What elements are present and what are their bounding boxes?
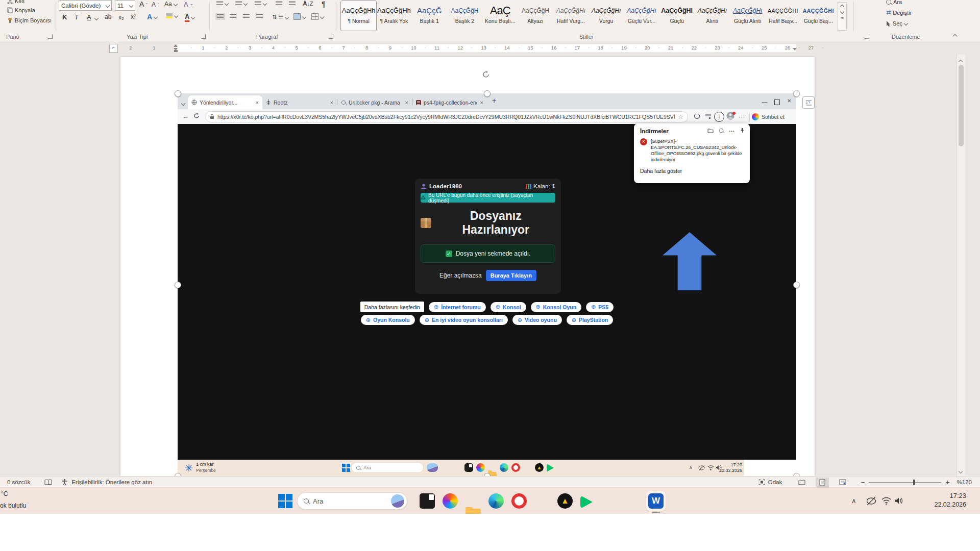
inner-notebook-app-icon[interactable] [464,463,473,472]
google-play-icon[interactable] [580,495,593,509]
layout-options-button[interactable] [802,96,815,109]
taskbar-search-box[interactable]: Ara [297,492,407,510]
downloads-button[interactable]: ↓ [714,112,725,122]
style-card[interactable]: AaÇçĞğHıGüçlü Vur... [624,1,659,31]
borders-button[interactable] [311,13,324,20]
zoom-percentage[interactable]: %120 [957,479,972,485]
align-center-button[interactable] [230,14,236,19]
related-chip[interactable]: ⊕PlayStation [567,315,613,325]
wifi-icon[interactable] [881,497,891,505]
related-chip[interactable]: ⊕İnternet forumu [429,302,486,312]
word-icon[interactable]: W [648,493,664,509]
show-more-link[interactable]: Daha fazla göster [634,163,750,174]
inner-play-icon[interactable] [547,464,554,472]
open-folder-icon[interactable] [707,128,714,134]
styles-dialog-launcher[interactable] [865,34,869,39]
inner-weather-temp[interactable]: 1 cm kar [196,462,214,467]
zoom-slider-thumb[interactable] [913,480,915,485]
increase-indent-button[interactable] [289,1,296,6]
style-card[interactable]: AaÇçĞğHıVurgu [589,1,624,31]
vertical-scrollbar[interactable] [957,55,965,476]
selection-handle-middle-left[interactable] [175,282,181,288]
clock-time[interactable]: 17:23 [919,492,966,499]
opera-icon[interactable] [511,493,527,509]
change-case-button[interactable]: Aa [164,1,177,8]
volume-icon[interactable] [895,497,903,505]
inner-edge-icon[interactable] [500,463,508,472]
copilot-icon[interactable] [443,493,458,509]
edge-icon[interactable] [488,493,504,509]
scroll-down-arrow[interactable] [959,467,962,476]
read-mode-button[interactable] [795,478,808,487]
style-card[interactable]: AaÇçĞğHıHafif Vurg... [553,1,589,31]
browser-tab[interactable]: ps4-fpkg-collection-english-e dire × [412,95,487,109]
style-card[interactable]: AaÇçĞğHlGüçlü [659,1,695,31]
zoom-slider[interactable] [869,482,941,483]
sort-icon[interactable]: A↓Z [303,1,313,7]
bold-button[interactable]: K [62,13,67,21]
browser-tab[interactable]: Rootz × [262,95,337,109]
related-chip[interactable]: ⊕Oyun Konsolu [361,315,415,325]
selection-handle-middle-right[interactable] [793,282,800,288]
print-layout-button[interactable] [816,478,829,487]
horizontal-ruler[interactable]: 21·1·2·3·4·5·6·7·8·9·10·11·12·13·14·15·1… [120,44,815,52]
align-left-button[interactable] [215,13,225,20]
inner-copilot-icon[interactable] [476,463,485,472]
web-layout-button[interactable] [836,478,849,487]
related-chip[interactable]: ⊕Konsol [491,302,526,312]
search-downloads-icon[interactable] [719,128,724,134]
style-card[interactable]: AAÇÇĞĞHIGüçlü Baş... [801,1,836,31]
tray-chevron[interactable]: ∧ [851,497,856,505]
decrease-indent-button[interactable] [276,1,282,6]
italic-button[interactable]: T [75,13,79,21]
clipboard-dialog-launcher[interactable] [48,34,53,39]
shrink-font-button[interactable]: Aˇ [152,1,159,8]
inner-opera-icon[interactable] [511,463,520,472]
style-card[interactable]: AaÇçĞBaşlık 1 [412,1,447,31]
right-indent-marker[interactable] [793,48,797,51]
selection-handle-top-left[interactable] [175,90,181,97]
a-app-icon[interactable]: ▲ [557,493,573,509]
style-card[interactable]: AaÇçĞğHıAlıntı [695,1,730,31]
find-button[interactable]: Ara [886,0,902,5]
font-dialog-launcher[interactable] [201,34,206,39]
tab-close-icon[interactable]: × [256,99,259,106]
cut-button[interactable]: Kes [7,0,24,4]
more-options-icon[interactable]: ··· [729,128,734,134]
grow-font-button[interactable]: Aˆ [139,0,148,8]
inner-clock-time[interactable]: 17:20 [721,462,742,467]
related-chip[interactable]: ⊕PS5 [586,302,614,312]
copy-button[interactable]: Kopyala [7,7,35,13]
accessibility-icon[interactable] [61,479,68,486]
address-bar[interactable]: https://x0r.tc/ko.php?url=aHR0cDovL3VzMS… [205,111,688,122]
proofing-book-icon[interactable] [44,479,52,486]
style-card[interactable]: AaÇçĞğHıGüçlü Alıntı [730,1,765,31]
bullets-button[interactable] [216,1,228,6]
accessibility-status[interactable]: Erişilebilirlik: Önerilere göz atın [71,479,152,485]
tab-close-icon[interactable]: × [405,99,408,106]
inner-start-button[interactable] [342,464,350,472]
clock-date[interactable]: 22.02.2026 [919,501,966,508]
more-menu-icon[interactable]: ··· [736,113,747,120]
scrollbar-thumb[interactable] [959,65,964,146]
inner-eye-off-icon[interactable] [698,465,705,471]
inner-search-box[interactable]: Ara [351,462,424,473]
favorites-star-icon[interactable]: ☆ [678,113,683,120]
word-app-active-bg[interactable]: W [646,491,666,511]
window-minimize-button[interactable]: — [762,98,767,105]
font-color-button[interactable]: A [185,13,194,22]
style-card[interactable]: AaÇçĞğHh¶ Normal [341,1,376,31]
style-card[interactable]: AaÇçĞğHBaşlık 2 [447,1,482,31]
new-tab-button[interactable]: + [492,96,496,105]
format-painter-button[interactable]: Biçim Boyacısı [7,17,52,23]
tab-search-chevron[interactable] [181,102,185,106]
word-count[interactable]: 0 sözcük [7,479,30,485]
underline-button[interactable]: A [87,13,91,21]
related-chip[interactable]: ⊕Video oyunu [512,315,562,325]
copilot-chat-button[interactable]: Sohbet et [752,113,785,120]
embedded-screenshot-image[interactable]: Yönlendiriliyor... × Rootz × Unlocker pk… [178,93,796,476]
numbering-button[interactable] [235,1,247,6]
select-button[interactable]: Seç [886,20,908,27]
click-here-button[interactable]: Buraya Tıklayın [486,270,536,281]
show-paragraph-marks-button[interactable]: ¶ [322,0,326,8]
